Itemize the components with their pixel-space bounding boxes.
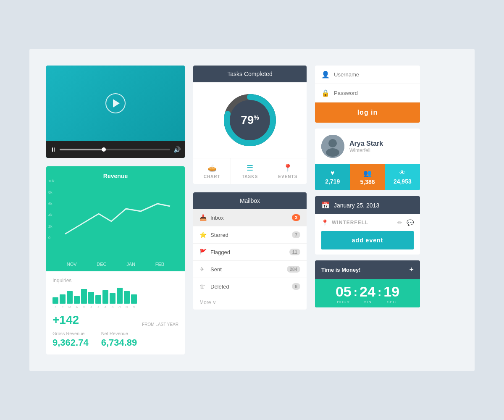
add-event-button[interactable]: add event (321, 231, 414, 249)
column-2: Tasks Completed 79% � (193, 66, 307, 354)
starred-label: Starred (210, 232, 292, 238)
followers-icon: 👥 (352, 169, 383, 177)
mini-bar (110, 293, 116, 304)
timer-hours: 05 (336, 284, 352, 299)
video-background (46, 66, 185, 141)
sent-label: Sent (210, 266, 287, 273)
events-icon: 📍 (283, 163, 292, 173)
flagged-badge: 11 (289, 249, 300, 255)
username-input[interactable] (334, 71, 414, 78)
timer-hour-label: HOUR (337, 300, 350, 304)
comment-icon[interactable]: 💬 (407, 219, 414, 226)
starred-icon: ⭐ (200, 231, 206, 238)
mail-item-sent[interactable]: ✈ Sent 284 (193, 261, 307, 278)
followers-count: 5,386 (352, 178, 383, 185)
chart-area: Revenue 0 2k 4k 6k 8k 10k NOV DEC JAN FE… (46, 166, 185, 271)
tab-tasks[interactable]: ☰ TASKS (231, 158, 269, 184)
mail-item-starred[interactable]: ⭐ Starred 7 (193, 226, 307, 244)
revenue-stats: Gross Revenue 9,362.74 Net Revenue 6,734… (52, 331, 178, 348)
timer-plus-button[interactable]: + (409, 265, 414, 274)
profile-stat-likes[interactable]: ♥ 2,719 (315, 164, 350, 190)
donut-chart: 79% (220, 91, 279, 150)
timer-minutes: 24 (360, 284, 375, 299)
profile-name: Arya Stark (349, 140, 383, 147)
mail-more[interactable]: More ∨ (193, 295, 307, 310)
chart-tab-label: CHART (204, 174, 220, 179)
calendar-header: 📅 January 25, 2013 (315, 196, 420, 214)
play-button[interactable] (105, 93, 126, 113)
tasks-tab-label: TASKS (242, 174, 258, 179)
chart-bottom: Inquiries J F (46, 271, 185, 354)
calendar-actions: ✏ 💬 (397, 219, 414, 226)
y-axis-labels: 0 2k 4k 6k 8k 10k (48, 179, 55, 240)
inbox-label: Inbox (210, 215, 292, 221)
video-controls: ⏸ 🔊 (46, 141, 185, 158)
donut-percent: 79% (241, 113, 259, 127)
revenue-chart: Revenue 0 2k 4k 6k 8k 10k NOV DEC JAN FE… (46, 166, 185, 354)
profile-stat-views[interactable]: 👁 24,953 (385, 164, 420, 190)
inquiries-label: Inquiries (52, 278, 178, 284)
timer-seconds: 19 (383, 284, 399, 299)
mail-item-inbox[interactable]: 📥 Inbox 3 (193, 209, 307, 226)
avatar (321, 135, 344, 158)
calendar-body: 📍 WINTERFELL ✏ 💬 add event (315, 214, 420, 255)
timer-hours-block: 05 HOUR (336, 284, 352, 304)
volume-icon[interactable]: 🔊 (173, 146, 181, 153)
mailbox-card: Mailbox 📥 Inbox 3 ⭐ Starred 7 🚩 Flagged … (193, 192, 307, 310)
sent-icon: ✈ (200, 266, 206, 273)
timer-minutes-block: 24 MIN (360, 284, 375, 304)
login-button[interactable]: log in (315, 102, 420, 123)
avatar-svg (321, 135, 344, 158)
profile-location: Winterfell (349, 147, 383, 153)
mini-bar (124, 291, 130, 304)
username-wrap: 👤 (315, 66, 420, 84)
net-label: Net Revenue (101, 331, 137, 336)
column-3: 👤 🔒 log in (315, 66, 420, 354)
profile-stats: ♥ 2,719 👥 5,386 👁 24,953 (315, 164, 420, 190)
mini-bar (95, 295, 101, 304)
location-text: WINTERFELL (332, 220, 394, 226)
profile-card: Arya Stark Winterfell ♥ 2,719 👥 5,386 👁 … (315, 129, 420, 190)
tab-events[interactable]: 📍 EVENTS (269, 158, 307, 184)
svg-point-5 (326, 148, 339, 157)
profile-text: Arya Stark Winterfell (349, 140, 383, 153)
tasks-header: Tasks Completed (193, 66, 307, 82)
progress-dot (102, 147, 106, 152)
calendar-card: 📅 January 25, 2013 📍 WINTERFELL ✏ 💬 add … (315, 196, 420, 255)
mini-bar (60, 294, 66, 304)
gross-revenue-block: Gross Revenue 9,362.74 (52, 331, 89, 348)
chart-icon: 🥧 (207, 163, 217, 173)
profile-stat-followers[interactable]: 👥 5,386 (350, 164, 385, 190)
tasks-card: Tasks Completed 79% � (193, 66, 307, 184)
location-icon: 📍 (321, 219, 328, 226)
timer-separator-1: : (354, 286, 357, 299)
password-input[interactable] (334, 90, 414, 96)
progress-fill (60, 149, 104, 150)
starred-badge: 7 (292, 231, 300, 238)
views-icon: 👁 (387, 169, 418, 177)
mail-item-flagged[interactable]: 🚩 Flagged 11 (193, 244, 307, 261)
calendar-date: January 25, 2013 (334, 202, 379, 209)
sent-badge: 284 (287, 266, 300, 273)
gross-label: Gross Revenue (52, 331, 89, 336)
mini-bar-labels: J F M A M J J A S O N D (52, 305, 178, 309)
timer-separator-2: : (378, 286, 381, 299)
main-container: ⏸ 🔊 Revenue 0 2k 4k 6k 8k 10k (29, 49, 475, 371)
svg-point-4 (328, 139, 337, 147)
inquiries-number: +142 (52, 313, 79, 326)
progress-bar[interactable] (60, 149, 170, 150)
lock-icon: 🔒 (321, 89, 330, 97)
edit-icon[interactable]: ✏ (397, 219, 402, 226)
mini-bar (81, 289, 87, 304)
password-wrap: 🔒 (315, 84, 420, 102)
likes-count: 2,719 (317, 178, 348, 185)
mini-bar (67, 291, 73, 304)
gross-value: 9,362.74 (52, 337, 89, 348)
mini-bar (131, 294, 137, 304)
inbox-icon: 📥 (200, 214, 206, 221)
tab-chart[interactable]: 🥧 CHART (193, 158, 231, 184)
mini-bar (102, 290, 108, 304)
pause-icon[interactable]: ⏸ (50, 146, 56, 153)
chart-x-labels: NOV DEC JAN FEB (52, 262, 178, 267)
mail-item-deleted[interactable]: 🗑 Deleted 6 (193, 278, 307, 295)
